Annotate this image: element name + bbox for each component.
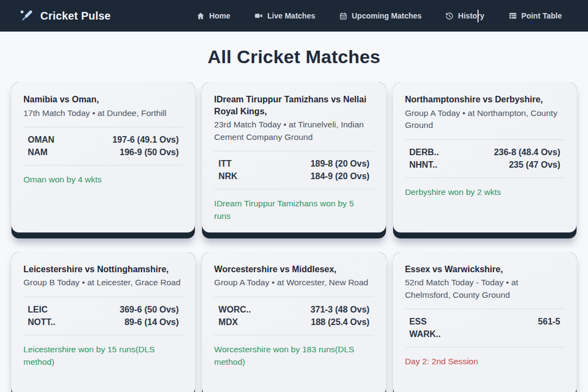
match-card[interactable]: Essex vs Warwickshire, 52nd Match Today … xyxy=(393,252,577,392)
team-score: 236-8 (48.4 Ovs) xyxy=(494,148,560,157)
match-subtitle: 52nd Match Today - Today • at Chelmsford… xyxy=(405,277,565,301)
video-camera-icon xyxy=(254,11,263,20)
teams-list: WORC.. 371-3 (48 Ovs) MDX 188 (25.4 Ovs) xyxy=(214,305,373,327)
team-name: LEIC xyxy=(28,305,47,315)
team-name: WORC.. xyxy=(218,305,251,315)
divider xyxy=(405,177,565,178)
match-status: Oman won by 4 wkts xyxy=(23,173,183,186)
match-status: Day 2: 2nd Session xyxy=(405,355,565,367)
match-card-body: Leicestershire vs Nottinghamshire, Group… xyxy=(11,252,195,392)
nav-item-live-matches[interactable]: Live Matches xyxy=(254,11,315,20)
table-icon xyxy=(509,11,517,20)
match-subtitle: 17th Match Today • at Dundee, Forthill xyxy=(23,107,183,119)
brand-title: Cricket Pulse xyxy=(40,10,111,22)
team-row: ITT 189-8 (20 Ovs) xyxy=(218,159,369,169)
team-score: 89-6 (14 Ovs) xyxy=(125,317,179,327)
divider xyxy=(405,347,565,347)
match-title: Essex vs Warwickshire, xyxy=(405,264,565,275)
match-status: IDream Tiruppur Tamizhans won by 5 runs xyxy=(214,197,373,223)
divider xyxy=(214,335,373,335)
divider xyxy=(214,297,373,297)
nav-item-label: History xyxy=(458,11,484,20)
match-card[interactable]: Leicestershire vs Nottinghamshire, Group… xyxy=(11,252,195,392)
divider xyxy=(214,189,373,189)
match-title: Leicestershire vs Nottinghamshire, xyxy=(23,264,183,275)
divider xyxy=(214,151,373,151)
nav-item-upcoming-matches[interactable]: Upcoming Matches xyxy=(339,11,421,20)
divider xyxy=(23,335,183,335)
team-row: LEIC 369-6 (50 Ovs) xyxy=(28,305,179,315)
history-icon xyxy=(445,12,454,20)
team-row: WARK.. xyxy=(409,329,560,339)
team-name: NOTT.. xyxy=(28,317,56,327)
match-title: Northamptonshire vs Derbyshire, xyxy=(405,94,565,106)
team-name: WARK.. xyxy=(409,329,441,339)
teams-list: DERB.. 236-8 (48.4 Ovs) NHNT.. 235 (47 O… xyxy=(405,148,565,170)
match-card-body: Worcestershire vs Middlesex, Group A Tod… xyxy=(202,252,385,392)
match-title: Namibia vs Oman, xyxy=(23,94,183,106)
team-score: 196-9 (50 Ovs) xyxy=(120,148,179,157)
team-row: OMAN 197-6 (49.1 Ovs) xyxy=(28,135,179,145)
team-score: 561-5 xyxy=(538,317,560,327)
team-row: NHNT.. 235 (47 Ovs) xyxy=(409,160,560,170)
match-status: Worcestershire won by 183 runs(DLS metho… xyxy=(214,343,373,369)
team-name: ESS xyxy=(409,317,427,327)
match-card-body: Essex vs Warwickshire, 52nd Match Today … xyxy=(393,252,577,392)
team-row: NAM 196-9 (50 Ovs) xyxy=(28,148,179,157)
nav-item-history[interactable]: History xyxy=(445,11,484,20)
nav-item-label: Live Matches xyxy=(267,11,315,20)
team-row: ESS 561-5 xyxy=(409,317,560,327)
team-name: ITT xyxy=(218,159,231,169)
match-subtitle: 23rd Match Today • at Tirunelveli, India… xyxy=(214,119,373,143)
divider xyxy=(23,297,183,297)
teams-list: OMAN 197-6 (49.1 Ovs) NAM 196-9 (50 Ovs) xyxy=(23,135,183,157)
nav-item-home[interactable]: Home xyxy=(197,11,230,20)
team-name: NHNT.. xyxy=(409,160,438,170)
team-name: DERB.. xyxy=(409,148,439,157)
team-score: 197-6 (49.1 Ovs) xyxy=(112,135,179,145)
team-name: MDX xyxy=(218,317,238,327)
divider xyxy=(23,127,183,127)
team-score: 371-3 (48 Ovs) xyxy=(310,305,370,315)
team-row: NRK 184-9 (20 Ovs) xyxy=(218,171,369,181)
team-row: DERB.. 236-8 (48.4 Ovs) xyxy=(409,148,560,157)
divider xyxy=(23,165,183,166)
team-row: NOTT.. 89-6 (14 Ovs) xyxy=(28,317,179,327)
match-card[interactable]: Northamptonshire vs Derbyshire, Group A … xyxy=(393,82,577,238)
home-icon xyxy=(197,12,205,20)
nav-links: Home Live Matches Upcoming Matches xyxy=(197,11,562,20)
match-card[interactable]: Worcestershire vs Middlesex, Group A Tod… xyxy=(202,252,385,392)
match-card-body: Namibia vs Oman, 17th Match Today • at D… xyxy=(11,82,195,232)
match-card[interactable]: Namibia vs Oman, 17th Match Today • at D… xyxy=(11,82,195,238)
nav-item-label: Upcoming Matches xyxy=(352,11,421,20)
brand-logo[interactable]: Cricket Pulse xyxy=(19,8,111,24)
teams-list: ESS 561-5 WARK.. xyxy=(405,317,565,339)
match-status: Leicestershire won by 15 runs(DLS method… xyxy=(23,343,183,369)
team-score: 235 (47 Ovs) xyxy=(509,160,560,170)
team-name: NAM xyxy=(28,148,47,157)
divider xyxy=(405,309,565,309)
team-name: NRK xyxy=(218,171,237,181)
team-score: 189-8 (20 Ovs) xyxy=(310,159,370,169)
navbar: Cricket Pulse Home Live Matches xyxy=(0,0,588,32)
team-name: OMAN xyxy=(28,135,54,145)
calendar-icon xyxy=(339,12,347,20)
nav-item-point-table[interactable]: Point Table xyxy=(509,11,562,20)
team-score: 188 (25.4 Ovs) xyxy=(311,317,370,327)
team-row: WORC.. 371-3 (48 Ovs) xyxy=(218,305,369,315)
teams-list: ITT 189-8 (20 Ovs) NRK 184-9 (20 Ovs) xyxy=(214,159,373,181)
match-card[interactable]: IDream Tiruppur Tamizhans vs Nellai Roya… xyxy=(202,82,385,238)
team-score: 184-9 (20 Ovs) xyxy=(310,171,370,181)
match-status: Derbyshire won by 2 wkts xyxy=(405,186,565,198)
divider xyxy=(405,139,565,140)
nav-item-label: Point Table xyxy=(522,11,562,20)
match-subtitle: Group A Today • at Northampton, County G… xyxy=(405,107,565,132)
match-subtitle: Group A Today • at Worcester, New Road xyxy=(214,277,373,289)
match-title: IDream Tiruppur Tamizhans vs Nellai Roya… xyxy=(214,94,373,117)
team-row: MDX 188 (25.4 Ovs) xyxy=(218,317,369,327)
team-score: 369-6 (50 Ovs) xyxy=(120,305,179,315)
match-card-body: Northamptonshire vs Derbyshire, Group A … xyxy=(393,82,577,232)
cricket-bat-icon xyxy=(19,8,35,24)
page-title: All Cricket Matches xyxy=(0,46,588,68)
teams-list: LEIC 369-6 (50 Ovs) NOTT.. 89-6 (14 Ovs) xyxy=(23,305,183,327)
